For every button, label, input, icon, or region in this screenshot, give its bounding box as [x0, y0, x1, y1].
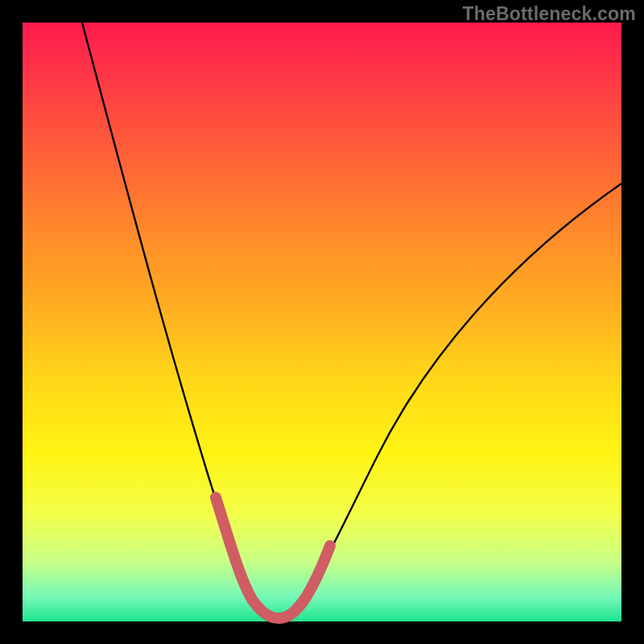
chart-frame: TheBottleneck.com: [0, 0, 644, 644]
curve-layer: [23, 23, 621, 621]
plot-area: [23, 23, 621, 621]
highlight-band: [216, 497, 330, 618]
bottleneck-curve: [82, 23, 621, 617]
watermark-text: TheBottleneck.com: [462, 3, 636, 25]
